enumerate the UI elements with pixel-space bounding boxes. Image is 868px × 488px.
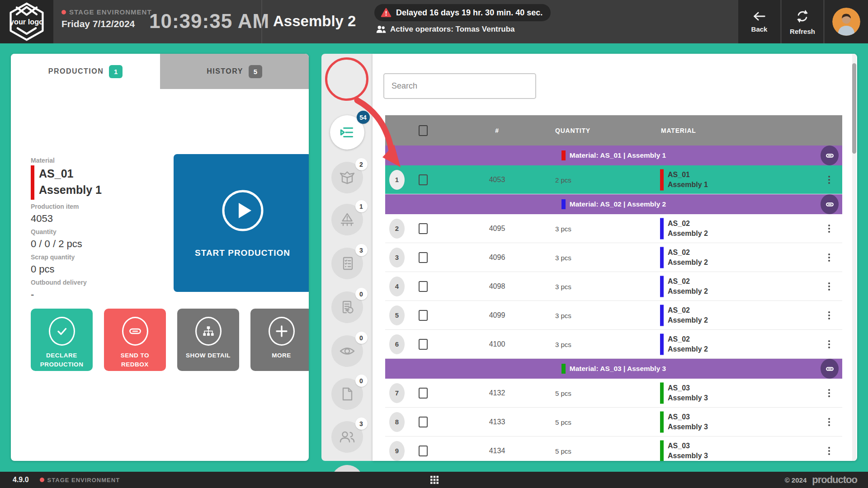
document-sign-icon: [339, 299, 355, 315]
link-icon: [826, 151, 834, 160]
refresh-button[interactable]: Refresh: [782, 0, 823, 43]
row-menu-button[interactable]: [826, 252, 832, 263]
order-id: 4133: [471, 418, 523, 426]
row-number: 2: [389, 219, 405, 239]
row-menu-button[interactable]: [826, 416, 832, 428]
grid-icon: [430, 476, 439, 484]
avatar-block[interactable]: [825, 0, 868, 43]
row-checkbox[interactable]: [419, 417, 428, 427]
material-color-bar: [660, 276, 664, 297]
row-checkbox[interactable]: [419, 174, 428, 185]
order-row[interactable]: 7 4132 5 pcs AS_03Assembly 3: [385, 379, 842, 408]
row-number: 7: [389, 383, 405, 403]
tab-production[interactable]: PRODUCTION 1: [11, 54, 160, 89]
footer-environment-label: STAGE ENVIRONMENT: [47, 477, 120, 483]
tab-history[interactable]: HISTORY 5: [160, 54, 309, 89]
row-menu-button[interactable]: [826, 338, 832, 350]
material-code: AS_02: [668, 248, 690, 256]
order-material: AS_02Assembly 2: [660, 218, 708, 239]
sidebar-item-checklist[interactable]: 3: [331, 248, 363, 279]
file-icon: [340, 386, 355, 402]
row-checkbox[interactable]: [419, 310, 428, 321]
sidebar-item-document-sign[interactable]: 0: [331, 291, 363, 323]
order-id: 4132: [471, 389, 523, 397]
row-checkbox[interactable]: [419, 388, 428, 399]
sidebar-item-documents[interactable]: 0: [331, 378, 363, 410]
order-material: AS_02Assembly 2: [660, 333, 708, 355]
material-name: Assembly 1: [39, 182, 102, 198]
group-label: Material: AS_01 | Assembly 1: [570, 151, 666, 160]
sidebar-item-packaging[interactable]: 2: [331, 162, 363, 193]
operators-icon: [376, 25, 386, 33]
watch-count-badge: 0: [355, 332, 368, 344]
station-alert-icon: [339, 211, 355, 228]
send-to-redbox-button[interactable]: SEND TO REDBOX: [104, 309, 166, 371]
order-row[interactable]: 2 4095 3 pcs AS_02Assembly 2: [385, 214, 842, 243]
packaging-box-icon: [339, 169, 355, 186]
row-checkbox[interactable]: [419, 446, 428, 456]
production-panel: PRODUCTION 1 HISTORY 5 Material AS_01 As…: [11, 54, 309, 461]
tab-history-label: HISTORY: [207, 67, 243, 75]
apps-grid-button[interactable]: [430, 476, 439, 486]
sidebar-item-operators[interactable]: 3: [331, 421, 363, 453]
orders-table: # QUANTITY MATERIAL Material: AS_01 | As…: [385, 115, 842, 461]
material-code: AS_01: [668, 170, 690, 178]
order-row[interactable]: 9 4134 5 pcs AS_03Assembly 3: [385, 436, 842, 461]
group-label: Material: AS_02 | Assembly 2: [570, 200, 666, 208]
row-menu-button[interactable]: [826, 387, 832, 399]
order-row[interactable]: 6 4100 3 pcs AS_02Assembly 2: [385, 330, 842, 359]
row-menu-button[interactable]: [826, 174, 832, 186]
logo-block[interactable]: your logo: [0, 0, 53, 43]
order-row[interactable]: 3 4096 3 pcs AS_02Assembly 2: [385, 243, 842, 272]
order-row[interactable]: 8 4133 5 pcs AS_03Assembly 3: [385, 408, 842, 436]
row-checkbox[interactable]: [419, 223, 428, 234]
checklist-icon: [339, 255, 355, 272]
user-avatar[interactable]: [832, 8, 860, 36]
link-icon: [826, 200, 834, 209]
sidebar-item-station-alert[interactable]: 1: [331, 204, 363, 235]
document-sign-count-badge: 0: [355, 288, 368, 300]
row-number: 9: [389, 441, 405, 461]
row-menu-button[interactable]: [826, 445, 832, 457]
row-number: 8: [389, 412, 405, 432]
order-id: 4100: [471, 340, 523, 348]
order-row[interactable]: 4 4098 3 pcs AS_02Assembly 2: [385, 272, 842, 301]
check-icon: [49, 317, 75, 346]
group-link-button[interactable]: [821, 145, 839, 165]
row-checkbox[interactable]: [419, 252, 428, 263]
sidebar-item-watch[interactable]: 0: [331, 335, 363, 367]
environment-dot-icon: [61, 10, 66, 14]
documents-count-badge: 0: [355, 375, 368, 387]
eye-icon: [339, 343, 356, 360]
material-code: AS_02: [668, 335, 690, 343]
more-button[interactable]: MORE: [250, 309, 309, 371]
warning-triangle-icon: [381, 8, 392, 18]
order-material: AS_02Assembly 2: [660, 305, 708, 326]
material-color-bar: [660, 169, 664, 190]
order-row[interactable]: 5 4099 3 pcs AS_02Assembly 2: [385, 301, 842, 330]
status-block: Delayed 16 days 19 hr. 30 min. 40 sec. A…: [374, 4, 551, 34]
row-checkbox[interactable]: [419, 281, 428, 292]
sidebar-item-production-queue[interactable]: 54: [330, 115, 364, 150]
send-to-redbox-label: SEND TO REDBOX: [116, 351, 155, 370]
select-all-checkbox[interactable]: [419, 125, 428, 136]
row-menu-button[interactable]: [826, 223, 832, 235]
start-production-button[interactable]: START PRODUCTION: [174, 154, 309, 292]
scrollbar-thumb[interactable]: [852, 63, 856, 154]
company-logo-icon: your logo: [5, 1, 48, 42]
show-detail-button[interactable]: SHOW DETAIL: [177, 309, 239, 371]
order-row[interactable]: 1 4053 2 pcs AS_01Assembly 1: [385, 165, 842, 194]
row-menu-button[interactable]: [826, 281, 832, 292]
declare-production-button[interactable]: DECLARE PRODUCTION: [31, 309, 93, 371]
back-button[interactable]: Back: [738, 0, 780, 43]
search-input[interactable]: [383, 73, 536, 99]
row-menu-button[interactable]: [826, 310, 832, 321]
material-name: Assembly 2: [668, 287, 708, 295]
group-link-button[interactable]: [821, 194, 839, 214]
active-operators-text: Active operators: Tomas Ventruba: [390, 25, 515, 34]
material-name: Assembly 3: [668, 394, 708, 402]
material-code: AS_01: [39, 165, 102, 182]
material-color-chip: [561, 150, 566, 160]
row-checkbox[interactable]: [419, 339, 428, 350]
group-link-button[interactable]: [821, 359, 839, 379]
